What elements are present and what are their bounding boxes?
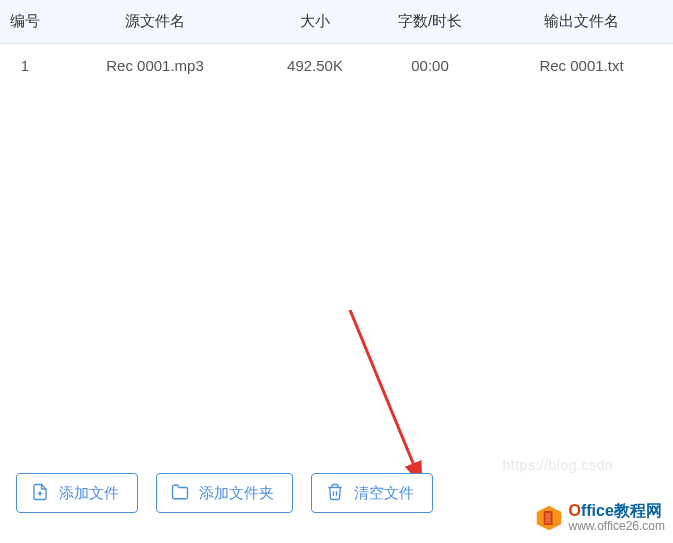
clear-files-button[interactable]: 清空文件 [311, 473, 433, 513]
cell-source: Rec 0001.mp3 [50, 57, 260, 74]
cell-num: 1 [0, 57, 50, 74]
clear-files-label: 清空文件 [354, 484, 414, 503]
toolbar: 添加文件 添加文件夹 清空文件 [16, 473, 433, 513]
svg-rect-6 [545, 512, 550, 523]
cell-output: Rec 0001.txt [490, 57, 673, 74]
header-source: 源文件名 [50, 12, 260, 31]
add-file-label: 添加文件 [59, 484, 119, 503]
add-file-button[interactable]: 添加文件 [16, 473, 138, 513]
watermark-url: www.office26.com [569, 520, 666, 533]
header-duration: 字数/时长 [370, 12, 490, 31]
table-header: 编号 源文件名 大小 字数/时长 输出文件名 [0, 0, 673, 44]
trash-icon [326, 483, 344, 504]
header-output: 输出文件名 [490, 12, 673, 31]
add-folder-button[interactable]: 添加文件夹 [156, 473, 293, 513]
add-folder-label: 添加文件夹 [199, 484, 274, 503]
background-watermark: https://blog.csdn [503, 457, 613, 473]
office-logo-icon [535, 504, 563, 532]
watermark-title: Office教程网 [569, 502, 666, 520]
cell-size: 492.50K [260, 57, 370, 74]
cell-duration: 00:00 [370, 57, 490, 74]
table-row[interactable]: 1 Rec 0001.mp3 492.50K 00:00 Rec 0001.tx… [0, 44, 673, 88]
svg-line-1 [350, 310, 420, 480]
header-size: 大小 [260, 12, 370, 31]
site-watermark: Office教程网 www.office26.com [535, 502, 666, 533]
folder-icon [171, 483, 189, 504]
header-num: 编号 [0, 12, 50, 31]
file-table: 编号 源文件名 大小 字数/时长 输出文件名 1 Rec 0001.mp3 49… [0, 0, 673, 88]
add-file-icon [31, 483, 49, 504]
